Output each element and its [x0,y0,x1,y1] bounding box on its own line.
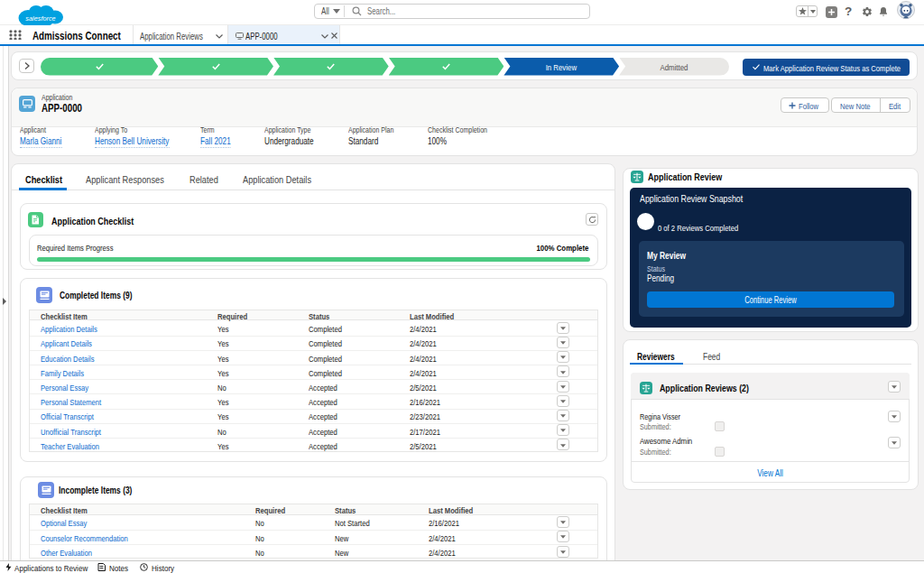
svg-text:salesforce: salesforce [25,14,55,23]
